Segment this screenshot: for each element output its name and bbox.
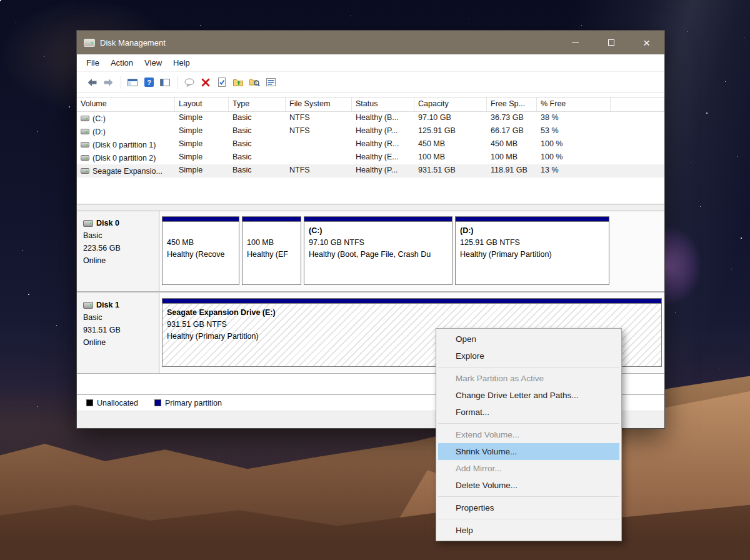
maximize-button[interactable] — [593, 31, 629, 54]
cell-capacity: 97.10 GB — [414, 112, 487, 125]
disk-kind: Basic — [83, 311, 154, 324]
partition-c[interactable]: (C:) 97.10 GB NTFS Healthy (Boot, Page F… — [304, 216, 452, 285]
cell-layout: Simple — [175, 125, 229, 138]
menu-item-help[interactable]: Help — [438, 522, 619, 539]
volume-list-header: Volume Layout Type File System Status Ca… — [77, 98, 664, 112]
cell-fs — [286, 151, 352, 164]
minimize-icon — [572, 42, 579, 43]
disk0-row: Disk 0 Basic 223.56 GB Online 450 MB Hea… — [77, 211, 664, 292]
partition-recovery[interactable]: 450 MB Healthy (Recove — [162, 216, 239, 285]
col-pct-free[interactable]: % Free — [537, 98, 611, 111]
menu-action[interactable]: Action — [105, 55, 139, 71]
menu-item-add-mirror: Add Mirror... — [438, 460, 619, 477]
col-layout[interactable]: Layout — [175, 98, 229, 111]
menu-item-shrink-volume[interactable]: Shrink Volume... — [438, 443, 619, 460]
menu-item-explore[interactable]: Explore — [438, 348, 619, 364]
cell-layout: Simple — [175, 138, 229, 151]
volume-context-menu: Open Explore Mark Partition as Active Ch… — [436, 328, 622, 541]
folder-search-icon[interactable] — [247, 75, 262, 90]
cell-free: 36.73 GB — [487, 112, 537, 125]
menu-separator — [438, 423, 619, 424]
cell-type: Basic — [229, 112, 286, 125]
cell-status: Healthy (E... — [352, 151, 414, 164]
menu-file[interactable]: File — [81, 55, 105, 71]
unallocated-swatch — [86, 399, 93, 406]
cell-capacity: 450 MB — [414, 138, 487, 151]
disk0-label[interactable]: Disk 0 Basic 223.56 GB Online — [77, 211, 159, 291]
disk-size: 223.56 GB — [83, 242, 154, 254]
volume-icon — [81, 155, 89, 161]
menu-help[interactable]: Help — [168, 55, 196, 71]
list-view-icon[interactable] — [263, 75, 278, 90]
svg-text:?: ? — [147, 79, 151, 86]
table-row-selected[interactable]: Seagate Expansio... Simple Basic NTFS He… — [77, 164, 664, 178]
menu-separator — [438, 496, 619, 497]
disk-kind: Basic — [83, 229, 154, 242]
table-row[interactable]: (Disk 0 partition 1) Simple Basic Health… — [77, 138, 664, 151]
check-document-icon[interactable] — [214, 75, 229, 90]
partition-title — [247, 225, 296, 237]
table-row[interactable]: (Disk 0 partition 2) Simple Basic Health… — [77, 151, 664, 164]
partition-size: 450 MB — [167, 237, 234, 249]
delete-icon[interactable] — [198, 75, 213, 90]
legend-unallocated-label: Unallocated — [97, 399, 138, 408]
partition-efi[interactable]: 100 MB Healthy (EF — [242, 216, 301, 285]
col-free-space[interactable]: Free Sp... — [487, 98, 537, 111]
col-status[interactable]: Status — [352, 98, 414, 111]
disk-name: Disk 0 — [96, 217, 119, 229]
cell-volume: (D:) — [92, 128, 106, 136]
cell-fs: NTFS — [286, 164, 352, 178]
folder-up-icon[interactable] — [231, 75, 246, 90]
close-button[interactable]: × — [629, 31, 664, 54]
col-type[interactable]: Type — [229, 98, 286, 111]
table-row[interactable]: (C:) Simple Basic NTFS Healthy (B... 97.… — [77, 112, 664, 125]
titlebar[interactable]: Disk Management × — [77, 31, 664, 54]
close-icon: × — [643, 37, 650, 49]
console-panel-icon[interactable] — [158, 75, 172, 90]
partition-size: 100 MB — [247, 237, 296, 249]
cell-free: 450 MB — [487, 138, 537, 151]
cell-pct: 38 % — [537, 112, 611, 125]
pane-splitter[interactable] — [77, 204, 664, 211]
partition-size: 97.10 GB NTFS — [309, 237, 448, 249]
menu-item-format[interactable]: Format... — [438, 404, 619, 421]
menu-view[interactable]: View — [139, 55, 168, 71]
col-volume[interactable]: Volume — [77, 98, 175, 111]
menu-item-open[interactable]: Open — [438, 331, 619, 348]
col-blank — [611, 98, 664, 111]
partition-health: Healthy (Recove — [167, 249, 234, 261]
forward-icon[interactable] — [101, 75, 116, 90]
toolbar-separator — [121, 76, 121, 89]
partition-d[interactable]: (D:) 125.91 GB NTFS Healthy (Primary Par… — [455, 216, 609, 285]
disk-icon — [83, 302, 93, 309]
disk-icon — [83, 220, 93, 227]
table-row[interactable]: (D:) Simple Basic NTFS Healthy (P... 125… — [77, 125, 664, 138]
window-title: Disk Management — [100, 38, 166, 48]
menu-item-extend-volume: Extend Volume... — [438, 426, 619, 443]
col-capacity[interactable]: Capacity — [414, 98, 487, 111]
stars-large — [0, 0, 1, 1]
minimize-button[interactable] — [558, 31, 593, 54]
menu-item-delete-volume[interactable]: Delete Volume... — [438, 477, 619, 494]
console-tree-icon[interactable] — [125, 75, 140, 90]
window-controls: × — [558, 31, 664, 54]
tooltip-icon[interactable] — [182, 75, 197, 90]
cell-type: Basic — [229, 138, 286, 151]
partition-health: Healthy (Primary Partition) — [460, 249, 604, 261]
primary-partition-bar — [456, 217, 609, 222]
col-file-system[interactable]: File System — [286, 98, 352, 111]
partition-health: Healthy (Boot, Page File, Crash Du — [309, 249, 448, 261]
menu-item-change-drive-letter[interactable]: Change Drive Letter and Paths... — [438, 387, 619, 404]
legend-unallocated: Unallocated — [86, 399, 138, 408]
menu-bar: File Action View Help — [77, 54, 664, 72]
cell-volume: (C:) — [92, 114, 106, 123]
disk1-label[interactable]: Disk 1 Basic 931.51 GB Online — [77, 293, 159, 373]
cell-volume: (Disk 0 partition 2) — [92, 154, 156, 162]
toolbar-separator — [178, 76, 178, 89]
help-icon[interactable]: ? — [141, 75, 156, 90]
back-icon[interactable] — [84, 75, 99, 90]
primary-partition-bar — [162, 217, 239, 222]
cell-fs: NTFS — [286, 125, 352, 138]
cell-capacity: 931.51 GB — [414, 164, 487, 178]
menu-item-properties[interactable]: Properties — [438, 499, 619, 516]
